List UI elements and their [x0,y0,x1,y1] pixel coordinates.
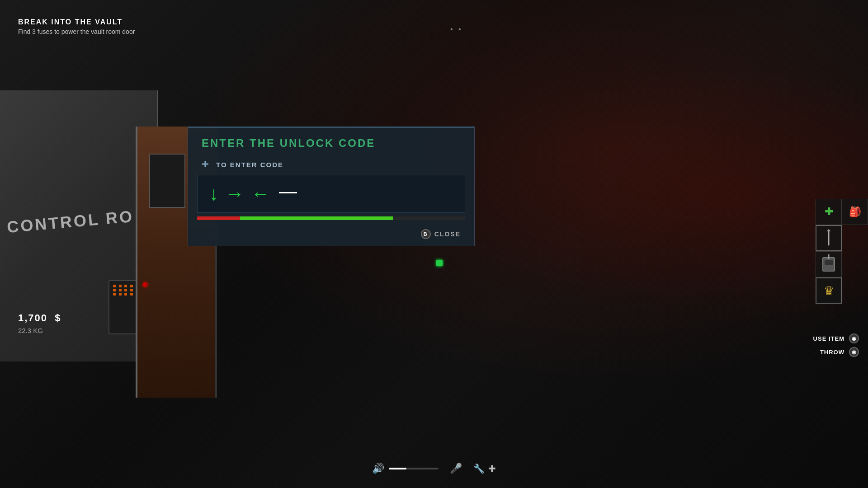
dialog-footer: B CLOSE [188,224,474,246]
dpad-icon: ✛ [202,160,212,169]
use-item-btn-icon: ◉ [852,336,857,342]
objective-description: Find 3 fuses to power the vault room doo… [18,28,135,35]
crown-slot[interactable]: ♛ [816,277,842,304]
panel-dot [130,293,133,296]
arrow-left-icon: ← [251,184,270,203]
progress-track [197,216,465,220]
bag-slot: 🎒 [842,199,868,225]
volume-icon[interactable]: 🔊 [372,463,384,474]
knife-slot[interactable] [816,225,842,251]
volume-bar-fill [389,468,406,469]
inventory-top-row: ✚ 🎒 [816,199,868,225]
medic-icon: ✚ [825,206,833,218]
control-room-label: CONTROL RO [6,207,135,237]
close-button[interactable]: B CLOSE [421,229,461,239]
use-item-label: USE ITEM [813,335,844,342]
door-panel [149,154,185,208]
throw-btn-icon: ◉ [852,349,857,355]
panel-dot [119,289,122,291]
instruction-text: TO ENTER CODE [216,161,283,169]
objective-title: BREAK INTO THE VAULT [18,18,135,26]
panel-dot [119,293,122,296]
panel-dot [113,293,116,296]
svg-marker-1 [826,229,831,231]
crown-icon: ♛ [824,284,834,298]
throw-action[interactable]: THROW ◉ [820,347,859,357]
panel-dot [113,289,116,291]
panel-dot [124,289,127,291]
knife-icon [824,229,833,247]
progress-green [240,216,393,220]
close-label: CLOSE [434,230,461,238]
player-indicator [436,260,443,266]
bottom-hud: 🔊 🎤 🔧 ✚ [372,463,496,474]
arrow-right-icon: → [225,184,244,203]
arrow-down-icon: ↓ [209,184,218,203]
panel-dot [119,285,122,287]
money-amount: 1,700 [18,312,47,324]
code-cursor [279,192,297,193]
money-display: 1,700 $ [18,312,61,324]
dialog-title: ENTER THE UNLOCK CODE [202,137,461,150]
volume-bar-track [389,468,439,469]
top-dots: • • [450,25,463,33]
panel-dot [130,289,133,291]
mic-icon[interactable]: 🎤 [450,463,462,474]
unlock-code-dialog: ENTER THE UNLOCK CODE ✛ TO ENTER CODE ↓ … [188,127,475,246]
dialog-instruction: ✛ TO ENTER CODE [188,154,474,175]
panel-dot [124,285,127,287]
progress-red [197,216,240,220]
use-item-button[interactable]: ◉ [849,333,859,343]
panel-dot [124,293,127,296]
code-input-area[interactable]: ↓ → ← [197,175,465,213]
medic-slot: ✚ [816,199,842,225]
volume-section: 🔊 [372,463,439,474]
panel-dot [113,285,116,287]
close-circle-icon: B [421,229,431,239]
tool-icons: 🔧 ✚ [473,463,496,474]
radio-slot[interactable] [816,251,842,277]
panel-dot [130,285,133,287]
stats-panel: 1,700 $ 22.3 KG [18,312,61,334]
tool-medic-icon: ✚ [488,463,496,474]
objective-panel: BREAK INTO THE VAULT Find 3 fuses to pow… [18,18,135,35]
tool-wrench-icon: 🔧 [473,463,485,474]
red-indicator [143,282,147,287]
radio-icon [822,257,835,272]
throw-label: THROW [820,349,844,356]
throw-button[interactable]: ◉ [849,347,859,357]
weight-display: 22.3 KG [18,327,61,334]
currency-symbol: $ [55,312,61,324]
dialog-header: ENTER THE UNLOCK CODE [188,128,474,154]
use-item-action[interactable]: USE ITEM ◉ [813,333,859,343]
progress-area [197,213,465,224]
action-panel: USE ITEM ◉ THROW ◉ [813,333,859,357]
inventory-panel: ✚ 🎒 ♛ [816,199,868,304]
bag-icon: 🎒 [849,206,861,218]
